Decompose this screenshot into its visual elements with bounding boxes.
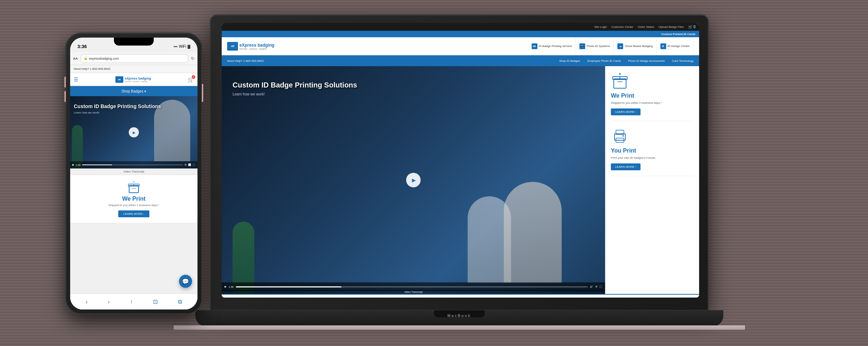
site-main: Custom ID Badge Printing Solutions Learn… [222,66,699,294]
you-print-title: You Print [611,148,694,154]
phone-learn-more-button[interactable]: LEARN MORE › [118,210,149,217]
phone-screen: 3:36 ▪▪▪ WiFi ▓ AA 🔒 expressbadging.com … [70,38,197,309]
site-hero: Custom ID Badge Printing Solutions Learn… [222,66,605,294]
phone-screen-area: 3:36 ▪▪▪ WiFi ▓ AA 🔒 expressbadging.com … [70,38,197,309]
phone-url-bar[interactable]: 🔒 expressbadging.com [81,54,188,63]
you-print-card: You Print Print your own ID badges in-ho… [611,127,694,176]
volume-down-button[interactable] [64,91,66,102]
volume-icon[interactable]: 🔊 [590,285,593,288]
phone-status-icons: ▪▪▪ WiFi ▓ [174,44,190,48]
phone-site-header: ☰ eB eXpress badging services · systems … [70,73,197,86]
nav-item-id-badge-printing[interactable]: 🪪 ID Badge Printing Service [528,37,576,55]
video-transcript-label[interactable]: Video Transcript [222,290,605,294]
phone-tabs-button[interactable]: ⧉ [178,299,182,305]
phone-play-icon: ▶ [133,131,136,134]
you-print-icon [611,127,629,145]
phone-cart-button[interactable]: 🛒 0 [188,77,194,82]
phone-aa-button[interactable]: AA [73,57,78,60]
phone-chat-button[interactable]: 💬 [179,275,192,288]
phone-body: 3:36 ▪▪▪ WiFi ▓ AA 🔒 expressbadging.com … [65,33,203,315]
laptop-device: Site Login Customer Center Order Status … [210,14,709,333]
blue-nav-id-badge[interactable]: Shop ID Badges [559,59,580,63]
phone-play-ctrl[interactable]: ▶ [72,163,74,166]
signal-icon: ▪▪▪ [174,44,178,48]
phone-reload-button[interactable]: ↻ [191,56,195,61]
we-print-title: We Print [611,93,694,99]
phone-fullscreen-icon[interactable]: ⛶ [193,164,195,166]
phone-bottom-nav: ‹ › ↑ ⊡ ⧉ [70,294,197,309]
site-logo: eB eXpress badging services · systems · … [227,42,275,51]
phone-hero: Custom ID Badge Printing Solutions Learn… [70,96,197,168]
wifi-icon: WiFi [179,44,186,48]
phone-shop-badges-label: Shop Badges ▾ [122,89,146,93]
blue-nav-accessories[interactable]: Photo ID Badge Accessories [628,59,665,63]
you-print-text: Print your own ID badges in-house. [611,156,694,160]
svg-rect-30 [129,185,139,193]
hero-text-block: Custom ID Badge Printing Solutions Learn… [233,81,357,96]
laptop-body: Site Login Customer Center Order Status … [210,14,709,311]
phone-device: 3:36 ▪▪▪ WiFi ▓ AA 🔒 expressbadging.com … [65,33,203,315]
blue-nav-card-tech[interactable]: Card Technology [672,59,694,63]
nav-item-id-design[interactable]: 🖥 ID Design Center [657,37,694,55]
logo-icon: eB [227,42,238,51]
phone-video-time: 1:36 [76,164,81,166]
progress-bar[interactable] [236,286,588,287]
phone-we-print-text: Shipped to you within 2 business days.* [76,204,192,207]
svg-rect-0 [614,79,626,88]
topbar-link-customer-center[interactable]: Customer Center [612,25,634,29]
blue-nav-employee[interactable]: Employee Photo ID Cards [587,59,621,63]
power-button[interactable] [202,84,203,102]
id-badge-icon: 🪪 [532,43,537,49]
design-icon: 🖥 [660,43,666,49]
phone-logo-text: eXpress badging [125,77,151,80]
phone-we-print-title: We Print [76,196,192,202]
site-help-bar: Need Help? 1-800-909-8602 Shop ID Badges… [222,55,699,66]
topbar-cart-icon[interactable]: 🛒 0 [688,25,695,29]
we-print-icon [611,72,629,90]
bottom-card-small-business: ‹ Small Business ID Cards Small batches … [222,295,381,298]
phone-hamburger-menu[interactable]: ☰ [74,77,78,82]
hero-play-button[interactable] [406,173,421,187]
phone-logo-icon: eB [115,76,123,83]
phone-cast-icon[interactable]: ⬜ [188,163,191,166]
battery-icon: ▓ [188,44,190,48]
bottom-card-photo-systems: Complete Photo ID Systems Everything you… [381,295,540,298]
logo-text: eXpress badging [239,43,275,48]
phone-hero-title: Custom ID Badge Printing Solutions [74,103,161,110]
phone-time: 3:36 [77,44,87,49]
bottom-card-process: See Our Process Watch our step-by-step g… [540,295,699,298]
hero-person-right [504,182,562,283]
phone-hero-text-block: Custom ID Badge Printing Solutions Learn… [74,103,161,114]
phone-hero-subtitle: Learn how we work! [74,111,161,114]
nav-item-cloud-badging[interactable]: ☁ Cloud Based Badging [614,37,656,55]
phone-shop-badges-bar[interactable]: Shop Badges ▾ [70,86,197,96]
phone-play-button[interactable]: ▶ [129,127,139,137]
phone-settings-icon[interactable]: ⚙ [184,163,187,166]
topbar-link-order-status[interactable]: Order Status [638,25,654,29]
phone-transcript-label[interactable]: Video Transcript [70,168,197,175]
settings-icon[interactable]: ⚙ [595,285,597,288]
site-topbar: Site Login Customer Center Order Status … [222,23,699,31]
laptop-table-surface [174,325,745,330]
nav-item-photo-id[interactable]: 📷 Photo ID Systems [576,37,614,55]
fullscreen-icon[interactable]: ⛶ [600,286,602,288]
phone-forward-button[interactable]: › [108,299,110,305]
play-icon[interactable]: ▶ [225,285,226,288]
volume-up-button[interactable] [64,77,66,87]
topbar-link-upload[interactable]: Upload Badge Files [659,25,684,29]
logo-sub: services · systems · supplies [239,48,275,50]
svg-point-8 [622,135,624,137]
phone-progress-bar[interactable] [82,165,183,165]
blue-nav: Shop ID Badges Employee Photo ID Cards P… [559,59,694,63]
phone-back-button[interactable]: ‹ [86,299,88,305]
phone-logo-area: eB eXpress badging services · systems · … [115,76,151,83]
phone-share-button[interactable]: ↑ [130,299,133,305]
svg-marker-34 [133,181,135,182]
we-print-text: Shipped to you within 2 business days.* [611,101,694,105]
topbar-link-site-login[interactable]: Site Login [594,25,607,29]
we-print-button[interactable]: LEARN MORE › [611,108,641,115]
you-print-button[interactable]: LEARN MORE › [611,163,641,170]
site-nav: 🪪 ID Badge Printing Service 📷 Photo ID S… [528,37,694,55]
phone-bookmarks-button[interactable]: ⊡ [153,298,158,305]
phone-we-print-section: We Print Shipped to you within 2 busines… [70,175,197,223]
